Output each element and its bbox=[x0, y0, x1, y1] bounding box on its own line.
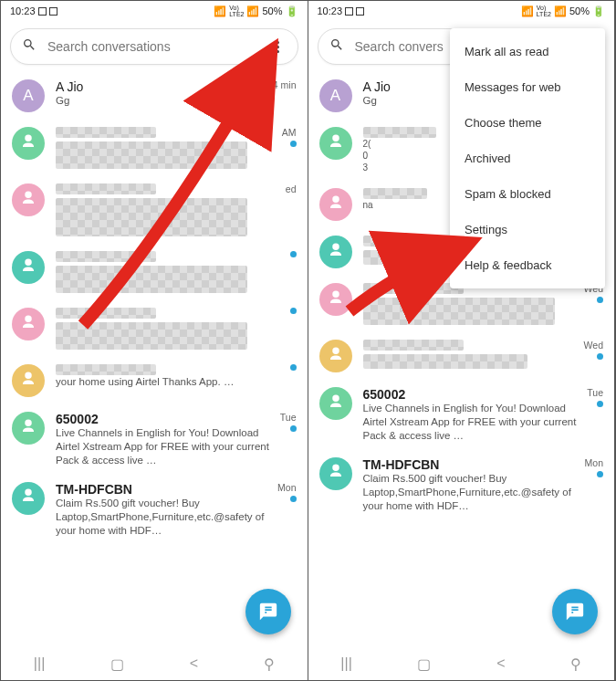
nav-back-icon[interactable]: < bbox=[496, 655, 505, 672]
wifi-icon: 📶 bbox=[214, 5, 226, 17]
redacted-preview bbox=[56, 266, 247, 293]
nav-accessibility-icon[interactable]: ⚲ bbox=[264, 655, 275, 673]
avatar bbox=[12, 127, 45, 160]
conversation-row[interactable]: A A Jio Gg 24 min bbox=[1, 72, 308, 120]
new-chat-fab[interactable] bbox=[552, 589, 598, 634]
status-icon-1 bbox=[38, 7, 47, 16]
nav-bar: ||| ▢ < ⚲ bbox=[1, 647, 308, 680]
overflow-menu: Mark all as read Messages for web Choose… bbox=[450, 28, 605, 288]
nav-accessibility-icon[interactable]: ⚲ bbox=[570, 655, 581, 673]
redacted-name bbox=[363, 283, 464, 294]
menu-archived[interactable]: Archived bbox=[450, 141, 605, 176]
contact-name: 650002 bbox=[363, 387, 588, 402]
timestamp: ed bbox=[286, 183, 297, 194]
signal-icon: 📶 bbox=[554, 5, 567, 17]
conversation-row[interactable] bbox=[1, 300, 308, 357]
unread-dot bbox=[290, 364, 297, 371]
redacted-name bbox=[363, 127, 436, 138]
redacted-name bbox=[56, 308, 156, 319]
conversation-row[interactable]: AM bbox=[1, 120, 308, 176]
status-time: 10:23 bbox=[10, 5, 36, 16]
redacted-preview bbox=[363, 298, 555, 325]
wifi-icon: 📶 bbox=[521, 5, 534, 17]
avatar bbox=[319, 127, 352, 160]
conversation-row[interactable]: your home using Airtel Thanks App. … bbox=[1, 357, 308, 404]
search-placeholder: Search conversations bbox=[47, 39, 270, 54]
redacted-preview bbox=[56, 141, 247, 169]
volte-icon: Vo)LTE2 bbox=[537, 5, 551, 17]
statusbar: 10:23 📶 Vo)LTE2 📶 50% 🔋 bbox=[1, 1, 308, 21]
nav-recents-icon[interactable]: ||| bbox=[340, 655, 351, 672]
message-preview: Claim Rs.500 gift voucher! Buy Laptop,Sm… bbox=[363, 472, 585, 513]
more-options-icon[interactable] bbox=[270, 41, 287, 53]
redacted-preview bbox=[363, 354, 527, 369]
timestamp: Mon bbox=[277, 482, 296, 493]
redacted-name bbox=[363, 188, 427, 199]
menu-choose-theme[interactable]: Choose theme bbox=[450, 105, 605, 141]
unread-dot bbox=[290, 425, 297, 432]
avatar bbox=[12, 364, 45, 397]
battery-icon: 🔋 bbox=[592, 5, 605, 17]
conversation-row[interactable]: ed bbox=[1, 176, 308, 244]
timestamp: Mon bbox=[585, 457, 603, 468]
signal-icon: 📶 bbox=[246, 5, 259, 17]
conversation-list: A A Jio Gg 24 min AM bbox=[1, 72, 308, 647]
redacted-preview bbox=[363, 250, 464, 265]
redacted-preview bbox=[56, 198, 247, 236]
avatar bbox=[12, 251, 45, 284]
message-preview: Live Channels in English for You! Downlo… bbox=[56, 426, 280, 467]
avatar bbox=[319, 236, 352, 268]
search-bar[interactable]: Search conversations bbox=[10, 28, 298, 65]
avatar bbox=[319, 457, 352, 490]
nav-back-icon[interactable]: < bbox=[190, 655, 198, 672]
avatar bbox=[319, 283, 352, 316]
timestamp: Tue bbox=[587, 387, 603, 398]
search-icon bbox=[22, 37, 37, 56]
conversation-row[interactable]: 650002 Live Channels in English for You!… bbox=[1, 404, 308, 475]
redacted-name bbox=[363, 236, 464, 246]
redacted-name bbox=[56, 364, 156, 375]
conversation-row[interactable] bbox=[1, 244, 308, 300]
redacted-name bbox=[56, 127, 156, 138]
menu-mark-all-read[interactable]: Mark all as read bbox=[450, 34, 605, 69]
contact-name: TM-HDFCBN bbox=[56, 482, 277, 497]
menu-help-feedback[interactable]: Help & feedback bbox=[450, 247, 605, 283]
conversation-row[interactable]: TM-HDFCBN Claim Rs.500 gift voucher! Buy… bbox=[308, 450, 615, 520]
volte-icon: Vo)LTE2 bbox=[229, 5, 244, 17]
conversation-row[interactable]: Wed bbox=[308, 332, 615, 380]
status-icon-2 bbox=[356, 7, 364, 16]
redacted-preview bbox=[56, 322, 247, 350]
contact-name: 650002 bbox=[56, 412, 280, 426]
avatar bbox=[319, 340, 352, 372]
unread-dot bbox=[597, 471, 603, 477]
contact-name: TM-HDFCBN bbox=[363, 457, 585, 472]
unread-dot bbox=[290, 251, 297, 257]
timestamp: AM bbox=[282, 127, 297, 138]
search-icon bbox=[329, 37, 344, 56]
conversation-row[interactable]: 650002 Live Channels in English for You!… bbox=[308, 380, 615, 450]
nav-home-icon[interactable]: ▢ bbox=[110, 655, 124, 673]
unread-dot bbox=[597, 401, 603, 407]
avatar bbox=[12, 412, 45, 445]
nav-home-icon[interactable]: ▢ bbox=[417, 655, 431, 673]
avatar: A bbox=[319, 79, 352, 112]
unread-dot bbox=[597, 353, 603, 360]
message-preview: Claim Rs.500 gift voucher! Buy Laptop,Sm… bbox=[56, 497, 277, 538]
new-chat-fab[interactable] bbox=[245, 589, 291, 634]
battery-text: 50% bbox=[262, 5, 282, 16]
battery-text: 50% bbox=[569, 5, 590, 16]
nav-recents-icon[interactable]: ||| bbox=[34, 655, 45, 672]
avatar bbox=[12, 308, 45, 340]
redacted-name bbox=[56, 183, 156, 194]
message-preview: your home using Airtel Thanks App. … bbox=[56, 375, 285, 389]
screen-left: 10:23 📶 Vo)LTE2 📶 50% 🔋 Search conversat… bbox=[1, 1, 308, 680]
menu-messages-for-web[interactable]: Messages for web bbox=[450, 69, 605, 105]
screen-right: 10:23 📶 Vo)LTE2 📶 50% 🔋 Search convers A… bbox=[308, 1, 616, 680]
timestamp: Wed bbox=[584, 340, 603, 351]
menu-settings[interactable]: Settings bbox=[450, 212, 605, 247]
unread-dot bbox=[290, 496, 297, 502]
avatar: A bbox=[12, 79, 45, 112]
message-preview: Gg bbox=[56, 94, 267, 108]
conversation-row[interactable]: TM-HDFCBN Claim Rs.500 gift voucher! Buy… bbox=[1, 475, 308, 545]
menu-spam-blocked[interactable]: Spam & blocked bbox=[450, 176, 605, 212]
